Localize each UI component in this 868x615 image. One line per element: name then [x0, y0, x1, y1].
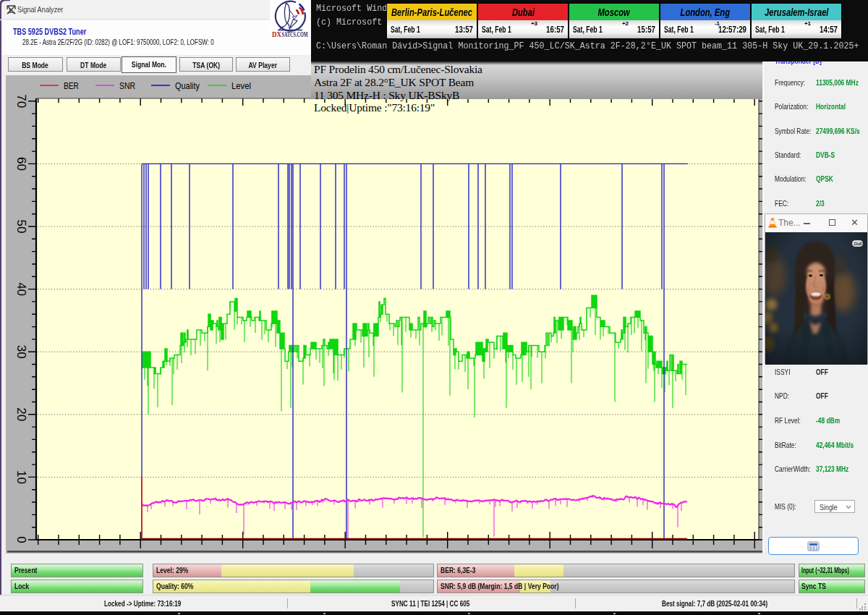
svg-text:0: 0 — [14, 536, 28, 543]
svg-text:50: 50 — [14, 220, 28, 234]
svg-text:SATCS.COM: SATCS.COM — [282, 30, 308, 38]
svg-text:DX: DX — [272, 30, 281, 38]
svg-text:Level: Level — [231, 80, 251, 91]
svg-text:BER: BER — [64, 80, 79, 91]
svg-text:30: 30 — [14, 345, 28, 359]
svg-text:OnF: OnF — [854, 242, 863, 246]
svg-text:SNR: SNR — [119, 80, 135, 91]
svg-text:70: 70 — [14, 94, 28, 108]
svg-text:20: 20 — [14, 407, 28, 421]
svg-text:60: 60 — [14, 157, 28, 171]
svg-text:40: 40 — [14, 282, 28, 296]
svg-text:Quality: Quality — [175, 80, 200, 91]
svg-text:10: 10 — [14, 470, 28, 484]
